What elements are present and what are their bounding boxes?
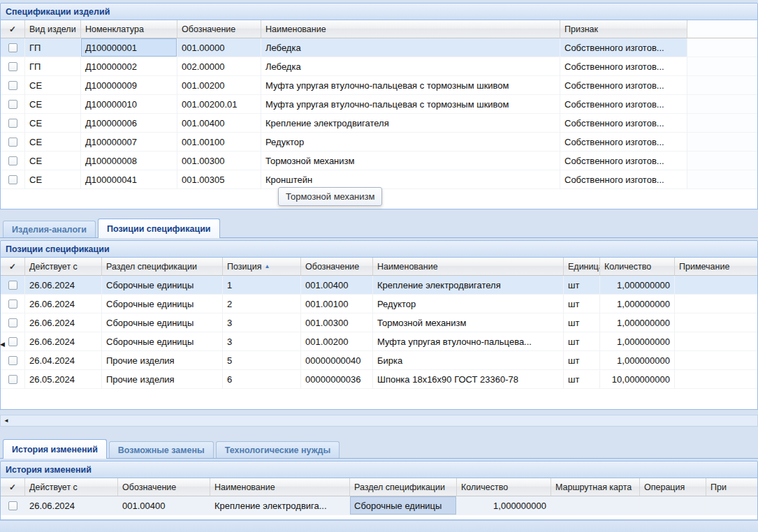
column-header-effective-date[interactable]: Действует с: [25, 258, 102, 276]
row-checkbox-cell[interactable]: [1, 276, 25, 295]
tab-possible-replacements[interactable]: Возможные замены: [109, 441, 214, 458]
select-all-checkbox-header[interactable]: ✓: [1, 20, 25, 38]
row-checkbox[interactable]: [8, 119, 17, 128]
column-header-designation[interactable]: Обозначение: [118, 478, 210, 496]
position-row[interactable]: 26.06.2024 Сборочные единицы 2 001.00100…: [1, 295, 757, 313]
row-checkbox[interactable]: [8, 138, 17, 147]
column-header-designation[interactable]: Обозначение: [301, 258, 373, 276]
select-all-checkbox-header[interactable]: ✓: [1, 478, 25, 496]
cell-quantity: 10,000000000: [600, 370, 675, 389]
spec-row[interactable]: СЕ Д100000006 001.00400 Крепление электр…: [1, 114, 757, 133]
cell-name: Крепление электродвига...: [210, 496, 350, 515]
row-checkbox-cell[interactable]: [1, 76, 25, 95]
position-row[interactable]: 26.06.2024 Сборочные единицы 3 001.00300…: [1, 313, 757, 332]
row-checkbox[interactable]: [8, 337, 17, 346]
column-header-attribute[interactable]: Признак: [560, 20, 687, 38]
row-checkbox-cell[interactable]: [1, 57, 25, 76]
column-header-position[interactable]: Позиция ▲: [223, 258, 301, 276]
row-checkbox[interactable]: [8, 318, 17, 327]
row-checkbox[interactable]: [8, 375, 17, 384]
position-row[interactable]: 26.06.2024 Сборочные единицы 3 001.00200…: [1, 332, 757, 351]
row-checkbox-cell[interactable]: [1, 170, 25, 189]
tab-spec-positions[interactable]: Позиции спецификации: [98, 219, 220, 238]
column-header-name[interactable]: Наименование: [373, 258, 564, 276]
row-checkbox-cell[interactable]: [1, 133, 25, 152]
row-checkbox-cell[interactable]: [1, 38, 25, 57]
row-checkbox-cell[interactable]: [1, 114, 25, 133]
column-header-name[interactable]: Наименование: [210, 478, 350, 496]
cell-name: Бирка: [373, 351, 564, 370]
spec-row[interactable]: СЕ Д100000008 001.00300 Тормозной механи…: [1, 152, 757, 170]
row-checkbox[interactable]: [8, 43, 17, 52]
cell-note: [675, 370, 757, 389]
spec-row[interactable]: СЕ Д100000010 001.00200.01 Муфта упругая…: [1, 95, 757, 114]
spec-row[interactable]: СЕ Д100000009 001.00200 Муфта упругая вт…: [1, 76, 757, 95]
row-checkbox[interactable]: [8, 81, 17, 90]
column-header-unit[interactable]: Единица: [564, 258, 600, 276]
cell-spec-section: Прочие изделия: [102, 351, 223, 370]
column-header-operation[interactable]: Операция: [640, 478, 706, 496]
panel-collapse-handle[interactable]: ◀: [0, 335, 6, 353]
column-header-name[interactable]: Наименование: [261, 20, 560, 38]
cell-nomenclature: Д100000010: [81, 95, 177, 114]
select-all-checkbox-header[interactable]: ✓: [1, 258, 25, 276]
cell-nomenclature: Д100000007: [81, 133, 177, 152]
row-checkbox-cell[interactable]: [1, 351, 25, 370]
cell-spec-section: Прочие изделия: [102, 370, 223, 389]
column-header-spec-section[interactable]: Раздел спецификации: [102, 258, 223, 276]
bottom-scrollbar-track[interactable]: [0, 520, 758, 532]
spec-row[interactable]: СЕ Д100000041 001.00305 Кронштейн Собств…: [1, 170, 757, 189]
column-header-note[interactable]: При: [706, 478, 757, 496]
column-header-quantity[interactable]: Количество: [457, 478, 551, 496]
cell-name: Крепление электродвигателя: [373, 276, 564, 295]
cell-nomenclature: Д100000006: [81, 114, 177, 133]
row-checkbox-cell[interactable]: [1, 152, 25, 170]
column-header-nomenclature[interactable]: Номенклатура: [81, 20, 177, 38]
cell-spec-section: Сборочные единицы: [102, 276, 223, 295]
scroll-left-button[interactable]: ◄: [1, 415, 12, 426]
cell-product-type: ГП: [25, 57, 81, 76]
row-checkbox[interactable]: [8, 501, 17, 510]
row-checkbox[interactable]: [8, 175, 17, 184]
tab-change-history[interactable]: История изменений: [3, 439, 107, 459]
row-checkbox-cell[interactable]: [1, 370, 25, 389]
horizontal-scrollbar[interactable]: ◄: [0, 415, 758, 427]
specifications-panel-title: Спецификации изделий: [6, 7, 110, 17]
row-checkbox-cell[interactable]: [1, 295, 25, 313]
tab-product-analogs[interactable]: Изделия-аналоги: [3, 221, 96, 237]
column-header-designation[interactable]: Обозначение: [177, 20, 261, 38]
row-checkbox[interactable]: [8, 62, 17, 71]
position-row[interactable]: 26.06.2024 Сборочные единицы 1 001.00400…: [1, 276, 757, 295]
row-checkbox-cell[interactable]: [1, 95, 25, 114]
row-checkbox[interactable]: [8, 356, 17, 365]
history-row[interactable]: 26.06.2024 001.00400 Крепление электродв…: [1, 496, 757, 515]
column-header-route-card[interactable]: Маршрутная карта: [551, 478, 640, 496]
spec-row[interactable]: СЕ Д100000007 001.00100 Редуктор Собстве…: [1, 133, 757, 152]
cell-unit: шт: [564, 276, 600, 295]
column-header-spec-section[interactable]: Раздел спецификации: [350, 478, 457, 496]
position-row[interactable]: 26.05.2024 Прочие изделия 6 00000000036 …: [1, 370, 757, 389]
spec-row[interactable]: ГП Д100000002 002.00000 Лебедка Собствен…: [1, 57, 757, 76]
row-checkbox[interactable]: [8, 281, 17, 290]
column-header-effective-date[interactable]: Действует с: [25, 478, 118, 496]
column-header-product-type[interactable]: Вид издели: [25, 20, 81, 38]
row-filler: [687, 170, 757, 189]
cell-attribute: Собственного изготов...: [560, 114, 687, 133]
row-checkbox[interactable]: [8, 156, 17, 165]
cell-operation: [640, 496, 706, 515]
cell-route-card: [551, 496, 640, 515]
tab-technological-needs[interactable]: Технологические нужды: [216, 441, 340, 458]
row-filler: [687, 114, 757, 133]
position-row[interactable]: 26.04.2024 Прочие изделия 5 00000000040 …: [1, 351, 757, 370]
column-header-quantity[interactable]: Количество: [600, 258, 675, 276]
spec-row[interactable]: ГП Д100000001 001.00000 Лебедка Собствен…: [1, 38, 757, 57]
cell-attribute: Собственного изготов...: [560, 38, 687, 57]
cell-nomenclature: Д100000001: [81, 38, 177, 57]
row-checkbox[interactable]: [8, 300, 17, 309]
row-checkbox-cell[interactable]: [1, 313, 25, 332]
cell-designation: 001.00305: [177, 170, 261, 189]
row-checkbox[interactable]: [8, 100, 17, 109]
row-checkbox-cell[interactable]: [1, 496, 25, 515]
cell-note: [675, 295, 757, 313]
column-header-note[interactable]: Примечание: [675, 258, 757, 276]
